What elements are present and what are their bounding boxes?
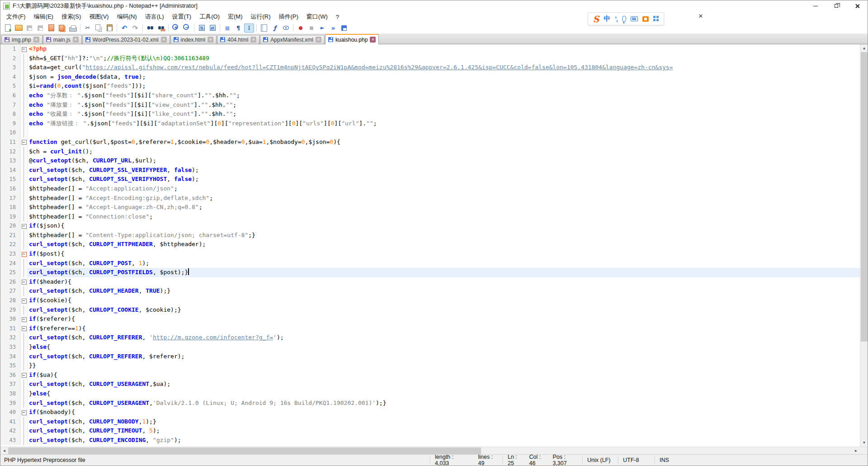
vertical-scroll-thumb[interactable] — [861, 52, 868, 342]
copy-icon[interactable] — [94, 24, 104, 33]
print-icon[interactable] — [68, 24, 78, 33]
status-eol-format[interactable]: Unix (LF) — [583, 457, 618, 463]
minimize-button[interactable] — [805, 0, 826, 11]
code-line-38[interactable]: 38}else{ — [0, 389, 860, 399]
code-line-22[interactable]: 22curl_setopt($ch, CURLOPT_HTTPHEADER, $… — [0, 240, 860, 249]
scroll-up-icon[interactable]: ▲ — [860, 44, 868, 52]
tab-close-icon[interactable]: × — [316, 37, 321, 43]
tab-close-icon[interactable]: × — [33, 37, 39, 43]
monitor-icon[interactable] — [281, 24, 291, 33]
tab-close-icon[interactable]: × — [161, 37, 167, 43]
fold-marker-icon[interactable] — [20, 221, 28, 231]
close-all-icon[interactable] — [57, 24, 67, 33]
code-line-2[interactable]: 2$hh=$_GET["hh"]?:"\n";//换行符号(默认\n)QQ:30… — [0, 54, 860, 63]
menu-item-4[interactable]: 视图(V) — [85, 11, 113, 22]
code-line-3[interactable]: 3$data=get_curl("https://apissl.gifshow.… — [0, 63, 860, 72]
horizontal-scroll-thumb[interactable] — [8, 447, 481, 454]
code-line-14[interactable]: 14curl_setopt($ch, CURLOPT_SSL_VERIFYPEE… — [0, 166, 860, 175]
code-line-7[interactable]: 7echo "播放量： ".$json["feeds"][$i]["view_c… — [0, 100, 860, 110]
menu-item-10[interactable]: 运行(R) — [246, 11, 274, 22]
sync-h-icon[interactable] — [208, 24, 217, 33]
save-macro-icon[interactable] — [339, 24, 349, 33]
ime-toolbox-icon[interactable] — [653, 16, 659, 22]
code-line-27[interactable]: 27curl_setopt($ch, CURLOPT_HEADER, TRUE)… — [0, 286, 860, 296]
ime-punctuation-icon[interactable]: ’, — [615, 15, 618, 23]
code-line-10[interactable]: 10 — [0, 128, 860, 138]
fold-marker-icon[interactable] — [20, 44, 28, 54]
code-line-35[interactable]: 35}} — [0, 361, 860, 371]
code-line-43[interactable]: 43curl_setopt($ch, CURLOPT_ENCODING, "gz… — [0, 436, 860, 445]
menu-item-8[interactable]: 工具(O) — [195, 11, 224, 22]
code-area[interactable]: 1<?php2$hh=$_GET["hh"]?:"\n";//换行符号(默认\n… — [0, 44, 860, 447]
cut-icon[interactable] — [83, 24, 93, 33]
restore-button[interactable] — [826, 0, 847, 11]
code-line-37[interactable]: 37curl_setopt($ch, CURLOPT_USERAGENT,$ua… — [0, 380, 860, 389]
find-icon[interactable] — [145, 24, 155, 33]
code-line-11[interactable]: 11function get_curl($url,$post=0,$refere… — [0, 138, 860, 147]
show-all-chars-icon[interactable] — [233, 24, 243, 33]
tab-index.html[interactable]: index.html× — [170, 35, 217, 44]
save-all-icon[interactable] — [35, 24, 45, 33]
code-line-29[interactable]: 29curl_setopt($ch, CURLOPT_COOKIE, $cook… — [0, 305, 860, 315]
menu-item-12[interactable]: 窗口(W) — [302, 11, 332, 22]
menu-item-7[interactable]: 设置(T) — [168, 11, 196, 22]
code-line-4[interactable]: 4$json = json_decode($data, true); — [0, 72, 860, 82]
tab-close-icon[interactable]: × — [370, 37, 376, 43]
menu-item-2[interactable]: 编辑(E) — [30, 11, 57, 22]
indent-guide-icon[interactable] — [244, 24, 254, 33]
redo-icon[interactable] — [130, 24, 140, 33]
fold-marker-icon[interactable] — [20, 314, 28, 324]
code-line-25[interactable]: 25curl_setopt($ch, CURLOPT_POSTFIELDS, $… — [0, 268, 860, 277]
code-line-39[interactable]: 39curl_setopt($ch, CURLOPT_USERAGENT,'Da… — [0, 399, 860, 408]
code-line-19[interactable]: 19$httpheader[] = "Connection:close"; — [0, 212, 860, 222]
close-doc-icon[interactable] — [46, 24, 56, 33]
code-line-12[interactable]: 12$ch = curl_init(); — [0, 147, 860, 157]
code-line-42[interactable]: 42curl_setopt($ch, CURLOPT_TIMEOUT, 5); — [0, 426, 860, 436]
sync-v-icon[interactable] — [197, 24, 207, 33]
code-line-31[interactable]: 31if($referer==1){ — [0, 324, 860, 333]
fold-marker-icon[interactable] — [20, 277, 28, 287]
close-button[interactable] — [847, 0, 868, 11]
ime-chinese-mode-icon[interactable]: 中 — [604, 14, 610, 23]
code-line-20[interactable]: 20if($json){ — [0, 221, 860, 231]
code-line-17[interactable]: 17$httpheader[] = "Accept-Encoding:gzip,… — [0, 194, 860, 203]
sogou-logo-icon[interactable]: S — [593, 14, 599, 24]
code-line-21[interactable]: 21$httpheader[] = "Content-Type:applicat… — [0, 231, 860, 240]
code-line-23[interactable]: 23if($post){ — [0, 249, 860, 259]
open-folder-icon[interactable] — [14, 24, 24, 33]
code-line-9[interactable]: 9echo "播放链接： ".$json["feeds"][$i]["adapt… — [0, 119, 860, 128]
word-wrap-icon[interactable] — [222, 24, 232, 33]
fold-marker-icon[interactable] — [20, 324, 28, 333]
tab-kuaishou.php[interactable]: kuaishou.php× — [325, 34, 379, 44]
menu-item-13[interactable]: ? — [332, 12, 343, 22]
tab-close-icon[interactable]: × — [250, 37, 256, 43]
code-line-26[interactable]: 26if($header){ — [0, 277, 860, 287]
fold-marker-icon[interactable] — [20, 249, 28, 259]
function-list-icon[interactable] — [270, 24, 280, 33]
menu-item-5[interactable]: 编码(N) — [113, 11, 141, 22]
status-encoding[interactable]: UTF-8 — [618, 457, 655, 463]
play-macro-icon[interactable] — [317, 24, 327, 33]
scroll-right-icon[interactable]: ► — [852, 447, 860, 455]
code-line-36[interactable]: 36if($ua){ — [0, 371, 860, 380]
undo-icon[interactable] — [119, 24, 129, 33]
replace-icon[interactable] — [156, 24, 166, 33]
code-line-40[interactable]: 40if($nobaody){ — [0, 408, 860, 417]
menu-item-11[interactable]: 插件(P) — [275, 11, 302, 22]
paste-icon[interactable] — [104, 24, 114, 33]
scroll-left-icon[interactable]: ◄ — [0, 447, 8, 455]
code-line-8[interactable]: 8echo "收藏量： ".$json["feeds"][$i]["like_c… — [0, 109, 860, 119]
stop-macro-icon[interactable] — [307, 24, 316, 33]
zoom-out-icon[interactable] — [182, 24, 192, 33]
code-line-15[interactable]: 15curl_setopt($ch, CURLOPT_SSL_VERIFYHOS… — [0, 175, 860, 184]
record-macro-icon[interactable] — [296, 24, 306, 33]
code-line-30[interactable]: 30if($referer){ — [0, 314, 860, 324]
fold-marker-icon[interactable] — [20, 371, 28, 380]
tab-WordPress.2023-01-02.xml[interactable]: WordPress.2023-01-02.xml× — [82, 35, 170, 44]
ime-keyboard-icon[interactable] — [631, 16, 638, 21]
fold-marker-icon[interactable] — [20, 138, 28, 147]
tab-404.html[interactable]: 404.html× — [217, 35, 259, 44]
status-insert-mode[interactable]: INS — [655, 457, 868, 463]
tab-close-icon[interactable]: × — [208, 37, 213, 43]
tab-close-icon[interactable]: × — [73, 37, 79, 43]
